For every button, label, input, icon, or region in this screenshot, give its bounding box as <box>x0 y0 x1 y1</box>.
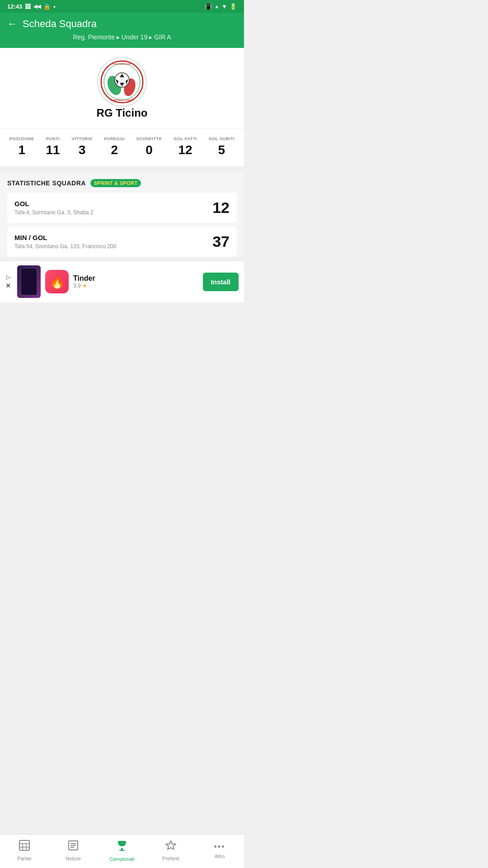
gallery-icon: 🖼 <box>25 3 31 10</box>
page-title: Scheda Squadra <box>23 18 97 30</box>
gol-card-value: 12 <box>212 199 230 217</box>
stat-punti-label: PUNTI <box>46 136 60 141</box>
stat-sconfitte-value: 0 <box>145 143 153 157</box>
tinder-icon: 🔥 <box>45 270 69 293</box>
team-name: RG Ticino <box>97 107 148 119</box>
stat-posizione: POSIZIONE 1 <box>9 136 34 157</box>
stat-punti: PUNTI 11 <box>46 136 60 157</box>
wifi-icon: ▼ <box>221 3 227 10</box>
breadcrumb: Reg. Piemonte ▸ Under 19 ▸ GIR A <box>7 33 237 41</box>
stat-gol-fatti-value: 12 <box>178 143 192 157</box>
stat-punti-value: 11 <box>46 143 60 157</box>
stat-gol-fatti: GOL FATTI 12 <box>174 136 197 157</box>
battery-icon: 🔋 <box>230 3 237 10</box>
ad-info: Tinder 3.9 ★ <box>73 274 198 289</box>
gol-card: GOL Tafa 4, Sorintano Ga. 3, Shaba 2 12 <box>7 193 237 223</box>
status-bar: 12:43 🖼 ◀◀ 🔒 • 📳 ▲ ▼ 🔋 <box>0 0 244 13</box>
stat-gol-fatti-label: GOL FATTI <box>174 136 197 141</box>
stat-pareggi-value: 2 <box>111 143 118 157</box>
gol-card-title: GOL <box>14 200 94 208</box>
stat-posizione-value: 1 <box>18 143 25 157</box>
min-gol-card-detail: Tafa 54, Sorintano Ga. 133, Francisco 20… <box>14 243 116 250</box>
min-gol-card-title: MIN / GOL <box>14 234 116 241</box>
stat-vittorie-value: 3 <box>79 143 86 157</box>
flame-icon: 🔥 <box>49 274 65 289</box>
ad-star-icon: ★ <box>82 283 87 289</box>
back-button[interactable]: ← <box>7 18 17 30</box>
team-logo: SICUTI MANUS DIGITI ROMENTINESE & CERANO <box>97 57 147 107</box>
stat-sconfitte: SCONFITTE 0 <box>136 136 162 157</box>
ad-banner: ▷ ✕ 🔥 Tinder 3.9 ★ Install <box>0 260 244 302</box>
status-time: 12:43 <box>7 3 22 10</box>
ad-app-name: Tinder <box>73 274 198 283</box>
stat-sconfitte-label: SCONFITTE <box>136 136 162 141</box>
min-gol-card-value: 37 <box>212 233 230 250</box>
svg-text:SICUTI MANUS DIGITI: SICUTI MANUS DIGITI <box>113 63 131 65</box>
statistics-section: STATISTICHE SQUADRA SPRINT & SPORT GOL T… <box>0 172 244 257</box>
ad-screenshot <box>17 265 41 298</box>
stats-row: POSIZIONE 1 PUNTI 11 VITTORIE 3 PAREGGI … <box>0 128 244 166</box>
stat-pareggi: PAREGGI 2 <box>104 136 125 157</box>
stat-posizione-label: POSIZIONE <box>9 136 34 141</box>
ad-rating: 3.9 ★ <box>73 283 198 289</box>
ad-play-icon: ▷ <box>6 274 10 280</box>
send-icon: ◀◀ <box>33 4 41 9</box>
stat-gol-subiti-value: 5 <box>218 143 225 157</box>
sprint-badge: SPRINT & SPORT <box>90 179 141 187</box>
vibrate-icon: 📳 <box>205 3 212 10</box>
dot-icon: • <box>53 3 56 10</box>
stat-vittorie-label: VITTORIE <box>72 136 93 141</box>
team-section: SICUTI MANUS DIGITI ROMENTINESE & CERANO… <box>0 48 244 128</box>
lock-icon: 🔒 <box>43 3 51 10</box>
stat-vittorie: VITTORIE 3 <box>72 136 93 157</box>
stats-heading: STATISTICHE SQUADRA <box>7 179 86 187</box>
stat-gol-subiti-label: GOL SUBITI <box>209 136 235 141</box>
stat-gol-subiti: GOL SUBITI 5 <box>209 136 235 157</box>
min-gol-card: MIN / GOL Tafa 54, Sorintano Ga. 133, Fr… <box>7 226 237 257</box>
ad-close-button[interactable]: ✕ <box>5 282 11 289</box>
stat-pareggi-label: PAREGGI <box>104 136 125 141</box>
top-bar: ← Scheda Squadra Reg. Piemonte ▸ Under 1… <box>0 13 244 48</box>
ad-close-group[interactable]: ▷ ✕ <box>5 274 11 289</box>
section-divider <box>0 166 244 172</box>
svg-text:ROMENTINESE & CERANO: ROMENTINESE & CERANO <box>110 99 134 101</box>
gol-card-detail: Tafa 4, Sorintano Ga. 3, Shaba 2 <box>14 209 94 216</box>
ad-install-button[interactable]: Install <box>203 273 239 291</box>
network-icon: ▲ <box>214 4 219 9</box>
